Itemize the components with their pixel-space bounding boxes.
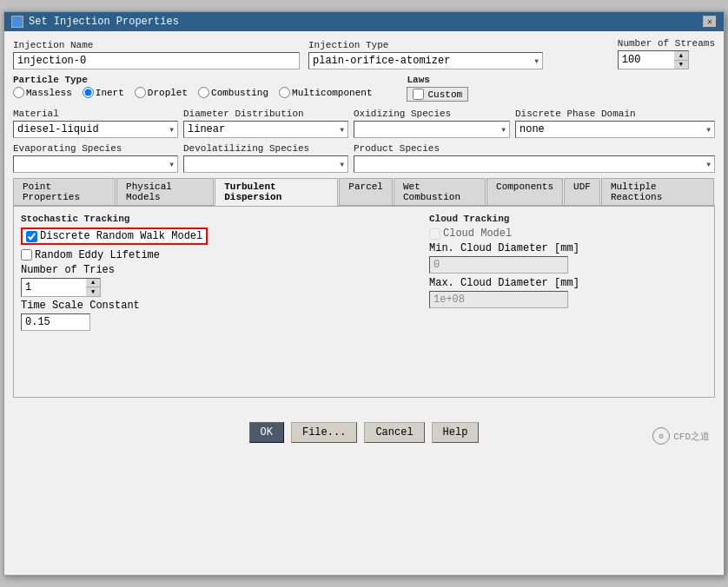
oxidizing-species-label: Oxidizing Species <box>354 109 510 119</box>
devolatilizing-species-value <box>188 158 194 170</box>
tab-content-turbulent: Stochastic Tracking Discrete Random Walk… <box>13 207 715 398</box>
discrete-random-walk-group[interactable]: Discrete Random Walk Model <box>21 228 208 245</box>
material-row: Material diesel-liquid ▼ Diameter Distri… <box>13 109 715 138</box>
number-tries-down[interactable]: ▼ <box>86 287 100 296</box>
watermark-text: CFD之道 <box>673 430 710 443</box>
laws-label: Laws <box>407 75 468 85</box>
injection-type-select[interactable]: plain-orifice-atomizer ▼ <box>308 52 543 69</box>
cloud-model-checkbox[interactable] <box>429 228 440 240</box>
time-scale-input[interactable] <box>21 313 90 331</box>
tab-physical-models[interactable]: Physical Models <box>116 178 214 205</box>
material-arrow: ▼ <box>169 126 174 134</box>
tab-multiple-reactions[interactable]: Multiple Reactions <box>601 178 714 205</box>
species-row: Evaporating Species ▼ Devolatilizing Spe… <box>13 143 715 173</box>
tab-inner: Stochastic Tracking Discrete Random Walk… <box>21 214 707 331</box>
cancel-button[interactable]: Cancel <box>364 422 424 443</box>
watermark-icon: ⚙ <box>652 427 670 445</box>
custom-label: Custom <box>427 89 462 100</box>
help-button[interactable]: Help <box>432 422 480 443</box>
radio-massless: Massless <box>13 87 72 98</box>
number-streams-down[interactable]: ▼ <box>674 60 688 69</box>
main-window: Set Injection Properties ✕ Injection Nam… <box>3 11 725 576</box>
radio-multicomponent-input[interactable] <box>279 87 290 98</box>
discrete-phase-domain-label: Discrete Phase Domain <box>515 109 715 119</box>
injection-type-group: Injection Type plain-orifice-atomizer ▼ <box>308 40 609 69</box>
material-label: Material <box>13 109 178 119</box>
cloud-model-row: Cloud Model <box>429 228 579 240</box>
product-species-select[interactable]: ▼ <box>354 155 715 173</box>
laws-group: Laws Custom <box>407 75 468 102</box>
product-species-label: Product Species <box>354 143 715 154</box>
oxidizing-species-select[interactable]: ▼ <box>354 121 510 138</box>
min-cloud-diameter-input[interactable] <box>429 256 568 274</box>
particle-type-options: Massless Inert Droplet Combusting <box>13 87 372 98</box>
radio-multicomponent-label: Multicomponent <box>292 88 372 98</box>
cloud-tracking-title: Cloud Tracking <box>429 214 579 224</box>
devolatilizing-species-select[interactable]: ▼ <box>183 155 348 173</box>
watermark: ⚙ CFD之道 <box>652 427 710 445</box>
number-tries-up[interactable]: ▲ <box>86 279 100 287</box>
evaporating-species-select[interactable]: ▼ <box>13 155 178 173</box>
tab-turbulent-dispersion[interactable]: Turbulent Dispersion <box>215 178 338 206</box>
title-bar: Set Injection Properties ✕ <box>4 12 724 31</box>
cloud-model-label: Cloud Model <box>443 228 512 240</box>
max-cloud-diameter-input[interactable] <box>429 291 568 308</box>
cloud-tracking-section: Cloud Tracking Cloud Model Min. Cloud Di… <box>429 214 579 331</box>
discrete-phase-domain-group: Discrete Phase Domain none ▼ <box>515 109 715 138</box>
number-tries-arrows[interactable]: ▲ ▼ <box>86 278 101 297</box>
radio-inert: Inert <box>83 87 124 98</box>
time-scale-label: Time Scale Constant <box>21 300 221 312</box>
number-streams-up[interactable]: ▲ <box>674 51 688 60</box>
tab-parcel[interactable]: Parcel <box>339 178 393 205</box>
discrete-phase-domain-arrow: ▼ <box>706 126 711 134</box>
number-tries-spinner[interactable]: ▲ ▼ <box>21 278 104 297</box>
discrete-random-walk-checkbox[interactable] <box>26 231 37 242</box>
radio-massless-input[interactable] <box>13 87 24 98</box>
oxidizing-species-group: Oxidizing Species ▼ <box>354 109 510 138</box>
number-streams-input[interactable] <box>618 50 674 69</box>
footer: OK File... Cancel Help ⚙ CFD之道 <box>4 413 724 452</box>
tab-udf[interactable]: UDF <box>564 178 600 205</box>
max-cloud-diameter-label: Max. Cloud Diameter [mm] <box>429 277 579 289</box>
discrete-random-walk-label: Discrete Random Walk Model <box>40 230 202 242</box>
diameter-dist-select[interactable]: linear ▼ <box>183 121 348 138</box>
evaporating-species-group: Evaporating Species ▼ <box>13 143 178 173</box>
product-species-arrow: ▼ <box>706 161 711 168</box>
ok-button[interactable]: OK <box>249 422 284 443</box>
product-species-value <box>358 158 364 170</box>
radio-combusting: Combusting <box>198 87 268 98</box>
tab-wet-combustion[interactable]: Wet Combustion <box>394 178 486 205</box>
stochastic-tracking-section: Stochastic Tracking Discrete Random Walk… <box>21 214 221 331</box>
diameter-dist-arrow: ▼ <box>340 126 344 134</box>
tab-components[interactable]: Components <box>486 178 563 205</box>
custom-checkbox[interactable] <box>413 89 424 100</box>
file-button[interactable]: File... <box>291 422 357 443</box>
oxidizing-species-arrow: ▼ <box>501 126 506 134</box>
injection-name-input[interactable] <box>13 52 300 69</box>
number-streams-spinner[interactable]: ▲ ▼ <box>618 50 715 69</box>
injection-type-label: Injection Type <box>308 40 609 50</box>
time-scale-group: Time Scale Constant <box>21 300 221 331</box>
radio-inert-label: Inert <box>96 88 124 98</box>
radio-droplet-input[interactable] <box>135 87 146 98</box>
number-streams-label: Number of Streams <box>618 38 715 49</box>
window-icon <box>11 16 23 28</box>
evaporating-species-arrow: ▼ <box>169 161 174 168</box>
diameter-dist-group: Diameter Distribution linear ▼ <box>183 109 348 138</box>
number-tries-input[interactable] <box>21 278 86 297</box>
radio-multicomponent: Multicomponent <box>279 87 372 98</box>
oxidizing-species-value <box>358 123 364 135</box>
discrete-phase-domain-select[interactable]: none ▼ <box>515 121 715 138</box>
radio-inert-input[interactable] <box>83 87 94 98</box>
evaporating-species-value <box>17 158 23 170</box>
number-streams-arrows[interactable]: ▲ ▼ <box>674 50 689 69</box>
close-button[interactable]: ✕ <box>703 16 717 28</box>
material-select[interactable]: diesel-liquid ▼ <box>13 121 178 138</box>
tabs-bar: Point Properties Physical Models Turbule… <box>13 178 715 207</box>
product-species-group: Product Species ▼ <box>354 143 715 173</box>
devolatilizing-species-arrow: ▼ <box>340 161 344 168</box>
content-area: Injection Name Injection Type plain-orif… <box>4 31 724 405</box>
radio-combusting-input[interactable] <box>198 87 209 98</box>
tab-point-properties[interactable]: Point Properties <box>13 178 116 205</box>
random-eddy-checkbox[interactable] <box>21 249 32 261</box>
